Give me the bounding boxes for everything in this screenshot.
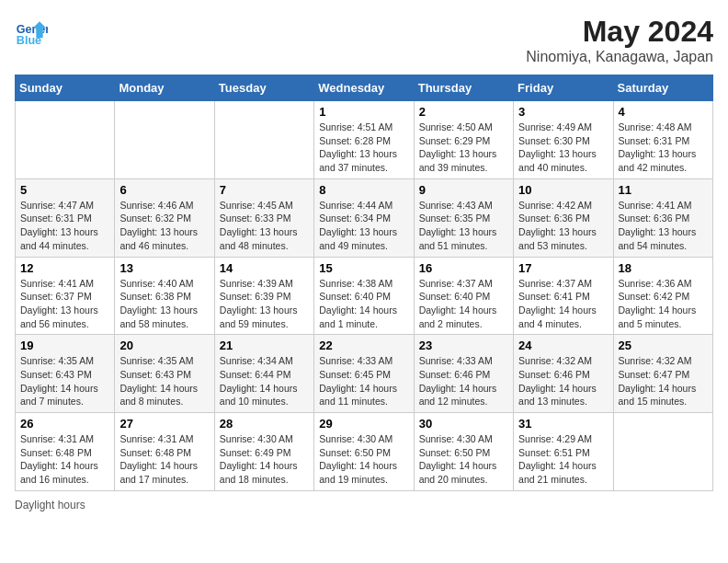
day-info: Sunrise: 4:51 AM Sunset: 6:28 PM Dayligh… (319, 121, 408, 175)
day-number: 31 (518, 417, 608, 431)
day-info: Sunrise: 4:45 AM Sunset: 6:33 PM Dayligh… (220, 199, 309, 253)
column-header-friday: Friday (514, 75, 613, 101)
day-number: 25 (619, 339, 708, 352)
calendar-cell (214, 101, 313, 179)
calendar-cell: 15Sunrise: 4:38 AM Sunset: 6:40 PM Dayli… (314, 257, 414, 335)
day-info: Sunrise: 4:33 AM Sunset: 6:45 PM Dayligh… (319, 354, 408, 408)
calendar-cell: 4Sunrise: 4:48 AM Sunset: 6:31 PM Daylig… (613, 101, 712, 179)
calendar-cell: 30Sunrise: 4:30 AM Sunset: 6:50 PM Dayli… (414, 413, 513, 491)
daylight-label: Daylight hours (15, 499, 85, 511)
calendar-cell (613, 413, 712, 491)
day-number: 20 (119, 339, 209, 352)
calendar-cell: 1Sunrise: 4:51 AM Sunset: 6:28 PM Daylig… (314, 101, 414, 179)
day-number: 18 (619, 261, 708, 275)
day-info: Sunrise: 4:44 AM Sunset: 6:34 PM Dayligh… (319, 199, 408, 253)
day-info: Sunrise: 4:32 AM Sunset: 6:46 PM Dayligh… (518, 354, 608, 408)
day-info: Sunrise: 4:41 AM Sunset: 6:36 PM Dayligh… (619, 199, 708, 253)
calendar-cell: 19Sunrise: 4:35 AM Sunset: 6:43 PM Dayli… (16, 335, 115, 413)
day-info: Sunrise: 4:41 AM Sunset: 6:37 PM Dayligh… (20, 277, 109, 331)
day-info: Sunrise: 4:30 AM Sunset: 6:50 PM Dayligh… (319, 432, 408, 487)
calendar-cell: 27Sunrise: 4:31 AM Sunset: 6:48 PM Dayli… (115, 413, 214, 491)
day-info: Sunrise: 4:30 AM Sunset: 6:50 PM Dayligh… (419, 432, 508, 487)
page-title: May 2024 (526, 15, 713, 49)
calendar-cell: 12Sunrise: 4:41 AM Sunset: 6:37 PM Dayli… (16, 257, 115, 335)
day-number: 22 (319, 339, 408, 352)
calendar-week-row: 12Sunrise: 4:41 AM Sunset: 6:37 PM Dayli… (16, 257, 713, 335)
day-info: Sunrise: 4:32 AM Sunset: 6:47 PM Dayligh… (619, 354, 708, 408)
day-number: 4 (619, 105, 708, 119)
day-info: Sunrise: 4:29 AM Sunset: 6:51 PM Dayligh… (518, 432, 608, 487)
column-header-tuesday: Tuesday (214, 75, 313, 101)
calendar-cell: 26Sunrise: 4:31 AM Sunset: 6:48 PM Dayli… (16, 413, 115, 491)
day-number: 16 (419, 261, 508, 275)
day-number: 1 (319, 105, 408, 119)
day-number: 15 (319, 261, 408, 275)
day-number: 3 (518, 105, 608, 119)
day-info: Sunrise: 4:43 AM Sunset: 6:35 PM Dayligh… (419, 199, 508, 253)
calendar-cell: 25Sunrise: 4:32 AM Sunset: 6:47 PM Dayli… (613, 335, 712, 413)
calendar-cell: 16Sunrise: 4:37 AM Sunset: 6:40 PM Dayli… (414, 257, 513, 335)
calendar-cell: 6Sunrise: 4:46 AM Sunset: 6:32 PM Daylig… (115, 178, 214, 257)
day-number: 23 (419, 339, 508, 352)
calendar-cell: 9Sunrise: 4:43 AM Sunset: 6:35 PM Daylig… (414, 178, 513, 257)
column-header-saturday: Saturday (613, 75, 712, 101)
day-number: 11 (619, 183, 708, 197)
logo-icon: General Blue (15, 15, 48, 48)
day-info: Sunrise: 4:31 AM Sunset: 6:48 PM Dayligh… (119, 432, 209, 487)
calendar-week-row: 5Sunrise: 4:47 AM Sunset: 6:31 PM Daylig… (16, 178, 713, 257)
calendar-cell: 20Sunrise: 4:35 AM Sunset: 6:43 PM Dayli… (115, 335, 214, 413)
calendar-cell (16, 101, 115, 179)
day-info: Sunrise: 4:36 AM Sunset: 6:42 PM Dayligh… (619, 277, 708, 331)
calendar-week-row: 1Sunrise: 4:51 AM Sunset: 6:28 PM Daylig… (16, 101, 713, 179)
page-header: General Blue May 2024 Ninomiya, Kanagawa… (15, 15, 713, 65)
calendar-cell: 31Sunrise: 4:29 AM Sunset: 6:51 PM Dayli… (514, 413, 613, 491)
day-number: 28 (220, 417, 309, 431)
calendar-cell: 8Sunrise: 4:44 AM Sunset: 6:34 PM Daylig… (314, 178, 414, 257)
day-info: Sunrise: 4:47 AM Sunset: 6:31 PM Dayligh… (20, 199, 109, 253)
day-number: 8 (319, 183, 408, 197)
calendar-table: SundayMondayTuesdayWednesdayThursdayFrid… (15, 75, 713, 491)
day-number: 14 (220, 261, 309, 275)
day-info: Sunrise: 4:42 AM Sunset: 6:36 PM Dayligh… (518, 199, 608, 253)
calendar-cell: 29Sunrise: 4:30 AM Sunset: 6:50 PM Dayli… (314, 413, 414, 491)
day-info: Sunrise: 4:49 AM Sunset: 6:30 PM Dayligh… (518, 121, 608, 175)
logo: General Blue (15, 15, 51, 48)
calendar-cell: 7Sunrise: 4:45 AM Sunset: 6:33 PM Daylig… (214, 178, 313, 257)
column-header-wednesday: Wednesday (314, 75, 414, 101)
day-info: Sunrise: 4:38 AM Sunset: 6:40 PM Dayligh… (319, 277, 408, 331)
day-info: Sunrise: 4:46 AM Sunset: 6:32 PM Dayligh… (119, 199, 209, 253)
calendar-cell: 3Sunrise: 4:49 AM Sunset: 6:30 PM Daylig… (514, 101, 613, 179)
calendar-cell: 18Sunrise: 4:36 AM Sunset: 6:42 PM Dayli… (613, 257, 712, 335)
calendar-cell: 10Sunrise: 4:42 AM Sunset: 6:36 PM Dayli… (514, 178, 613, 257)
footer-note: Daylight hours (15, 499, 713, 511)
day-info: Sunrise: 4:30 AM Sunset: 6:49 PM Dayligh… (220, 432, 309, 487)
day-number: 19 (20, 339, 109, 352)
title-area: May 2024 Ninomiya, Kanagawa, Japan (526, 15, 713, 65)
calendar-cell: 23Sunrise: 4:33 AM Sunset: 6:46 PM Dayli… (414, 335, 513, 413)
calendar-cell: 28Sunrise: 4:30 AM Sunset: 6:49 PM Dayli… (214, 413, 313, 491)
column-header-thursday: Thursday (414, 75, 513, 101)
day-number: 29 (319, 417, 408, 431)
page-subtitle: Ninomiya, Kanagawa, Japan (526, 49, 713, 65)
day-number: 27 (119, 417, 209, 431)
day-number: 6 (119, 183, 209, 197)
calendar-header-row: SundayMondayTuesdayWednesdayThursdayFrid… (16, 75, 713, 101)
calendar-cell: 13Sunrise: 4:40 AM Sunset: 6:38 PM Dayli… (115, 257, 214, 335)
calendar-cell: 17Sunrise: 4:37 AM Sunset: 6:41 PM Dayli… (514, 257, 613, 335)
day-number: 5 (20, 183, 109, 197)
day-number: 24 (518, 339, 608, 352)
day-info: Sunrise: 4:31 AM Sunset: 6:48 PM Dayligh… (20, 432, 109, 487)
calendar-cell: 24Sunrise: 4:32 AM Sunset: 6:46 PM Dayli… (514, 335, 613, 413)
calendar-week-row: 19Sunrise: 4:35 AM Sunset: 6:43 PM Dayli… (16, 335, 713, 413)
day-number: 30 (419, 417, 508, 431)
day-info: Sunrise: 4:48 AM Sunset: 6:31 PM Dayligh… (619, 121, 708, 175)
day-number: 9 (419, 183, 508, 197)
day-number: 21 (220, 339, 309, 352)
calendar-week-row: 26Sunrise: 4:31 AM Sunset: 6:48 PM Dayli… (16, 413, 713, 491)
calendar-cell (115, 101, 214, 179)
day-info: Sunrise: 4:35 AM Sunset: 6:43 PM Dayligh… (20, 354, 109, 408)
day-info: Sunrise: 4:34 AM Sunset: 6:44 PM Dayligh… (220, 354, 309, 408)
calendar-cell: 5Sunrise: 4:47 AM Sunset: 6:31 PM Daylig… (16, 178, 115, 257)
calendar-cell: 14Sunrise: 4:39 AM Sunset: 6:39 PM Dayli… (214, 257, 313, 335)
day-number: 17 (518, 261, 608, 275)
